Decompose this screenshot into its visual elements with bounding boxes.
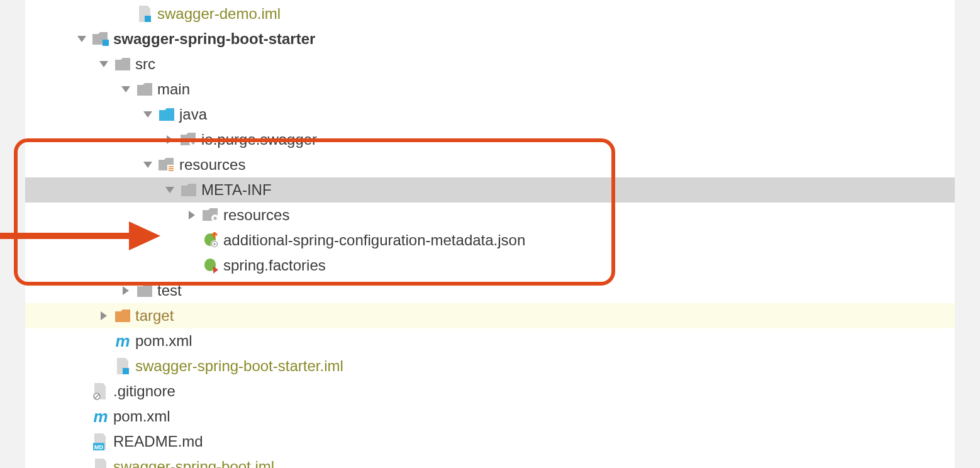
- tree-item-label: main: [157, 81, 190, 98]
- package-folder-icon: [202, 206, 220, 224]
- tree-item-label: META-INF: [201, 181, 272, 199]
- folder-icon: [180, 181, 198, 199]
- tree-row[interactable]: swagger-spring-boot.iml: [25, 454, 955, 468]
- tree-row[interactable]: test: [25, 278, 955, 303]
- tree-item-label: swagger-spring-boot-starter: [113, 30, 315, 48]
- tree-item-label: .gitignore: [113, 382, 175, 400]
- tree-item-label: README.md: [113, 433, 203, 450]
- tree-row[interactable]: spring.factories: [25, 253, 955, 278]
- package-folder-icon: [180, 131, 198, 148]
- gitignore-file-icon: [92, 382, 109, 400]
- folder-icon: [136, 282, 153, 299]
- tree-item-label: target: [135, 307, 174, 325]
- tree-row[interactable]: swagger-demo.iml: [25, 1, 955, 26]
- expand-arrow-icon[interactable]: [142, 108, 154, 121]
- resources-folder-icon: [158, 156, 175, 174]
- spring-factories-file-icon: [202, 257, 220, 274]
- svg-rect-5: [169, 166, 174, 167]
- expand-arrow-icon[interactable]: [75, 33, 88, 45]
- tree-row[interactable]: mpom.xml: [25, 404, 955, 429]
- tree-item-label: resources: [179, 156, 245, 174]
- tree-item-label: swagger-demo.iml: [157, 5, 281, 23]
- maven-file-icon: m: [114, 332, 131, 350]
- tree-item-label: src: [135, 55, 155, 73]
- tree-row[interactable]: target: [25, 303, 955, 328]
- tree-row[interactable]: META-INF: [25, 177, 955, 203]
- tree-item-label: pom.xml: [113, 408, 170, 425]
- tree-item-label: additional-spring-configuration-metadata…: [223, 231, 525, 249]
- maven-file-icon: m: [92, 408, 109, 425]
- svg-rect-6: [169, 168, 174, 169]
- project-tree[interactable]: swagger-demo.imlswagger-spring-boot-star…: [25, 0, 955, 468]
- iml-file-icon: [136, 5, 153, 23]
- markdown-file-icon: MD: [92, 433, 109, 450]
- expand-arrow-icon[interactable]: [97, 309, 110, 322]
- tree-row[interactable]: additional-spring-configuration-metadata…: [25, 228, 955, 253]
- svg-point-3: [192, 142, 195, 145]
- svg-rect-0: [145, 16, 151, 22]
- tree-item-label: pom.xml: [135, 332, 192, 350]
- expand-arrow-icon[interactable]: [120, 83, 132, 96]
- svg-rect-13: [123, 368, 129, 374]
- svg-rect-7: [169, 170, 174, 171]
- expand-arrow-icon[interactable]: [186, 209, 198, 221]
- tree-row[interactable]: .gitignore: [25, 379, 955, 404]
- expand-arrow-icon[interactable]: [120, 284, 132, 297]
- iml-file-icon: [114, 357, 131, 375]
- svg-text:MD: MD: [94, 444, 103, 450]
- tree-row[interactable]: io.purge.swagger: [25, 127, 955, 152]
- tree-row[interactable]: src: [25, 52, 955, 77]
- tree-item-label: resources: [223, 206, 289, 224]
- tree-row[interactable]: MDREADME.md: [25, 429, 955, 454]
- source-folder-icon: [158, 106, 175, 123]
- tree-item-label: swagger-spring-boot.iml: [113, 458, 274, 468]
- folder-icon: [136, 81, 153, 98]
- module-folder-icon: [92, 30, 109, 48]
- tree-row[interactable]: main: [25, 77, 955, 102]
- tree-row[interactable]: resources: [25, 152, 955, 177]
- iml-file-icon: [92, 458, 109, 468]
- tree-item-label: io.purge.swagger: [201, 131, 317, 148]
- tree-item-label: swagger-spring-boot-starter.iml: [135, 357, 343, 375]
- svg-point-12: [214, 243, 216, 245]
- tree-row[interactable]: java: [25, 102, 955, 127]
- tree-row[interactable]: swagger-spring-boot-starter.iml: [25, 354, 955, 379]
- excluded-folder-icon: [114, 307, 131, 325]
- tree-row[interactable]: resources: [25, 203, 955, 228]
- expand-arrow-icon[interactable]: [97, 58, 110, 70]
- spring-config-file-icon: [202, 231, 220, 249]
- tree-item-label: spring.factories: [223, 257, 326, 274]
- tree-item-label: java: [179, 106, 207, 123]
- folder-icon: [114, 55, 131, 73]
- tree-row[interactable]: mpom.xml: [25, 328, 955, 354]
- expand-arrow-icon[interactable]: [142, 159, 154, 171]
- tree-row[interactable]: swagger-spring-boot-starter: [25, 26, 955, 52]
- tree-item-label: test: [157, 282, 182, 299]
- expand-arrow-icon[interactable]: [164, 184, 176, 196]
- expand-arrow-icon[interactable]: [164, 133, 176, 146]
- svg-point-9: [214, 217, 217, 220]
- svg-rect-1: [103, 40, 109, 46]
